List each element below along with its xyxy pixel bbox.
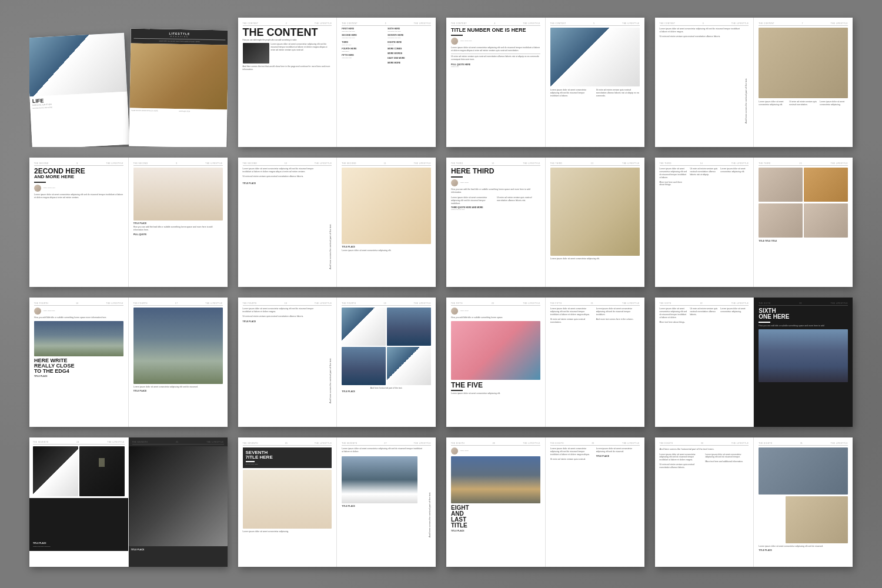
content-body2: And then comes the text that would show … [243,65,332,71]
edge-body-top: How you add little title or subtitle som… [34,316,123,319]
page-darkroom-right: The Seventh 25 The Lifestyle TITLE PLACE [129,437,228,567]
sixth-accent [759,322,770,323]
toc-item5: FIFTH HERE [342,54,385,56]
eight-author: Author Name [460,450,469,452]
seventh-subtitle: 7ITLE HERE [246,455,329,460]
five-accent [451,390,463,391]
seventh-right-label: TITLE PLACE [342,505,431,507]
col2-text: Ut enim ad minim veniam quis nostrud exe… [596,89,640,98]
dark-caption: caption text here more info [33,546,51,547]
sixth-col1b: More text here about things. [660,321,688,324]
final-label: TITLE PLACE [759,549,848,552]
flowers-image [451,321,540,380]
hand-image [342,168,431,244]
final-col2: Lorem ipsum dolor sit amet consectetur a… [705,453,749,459]
seventh-dark-box: SEVENTH 7ITLE HERE sub text here small [243,447,332,468]
page-content-right: The Content 3 The Lifestyle FIRST HERE d… [337,18,436,147]
page-titleone-left: The Content 4 The Lifestyle TITLE NUMBER… [446,18,546,147]
second-pull: PULL QUOTE [133,233,223,236]
page-titleone-right: The Content 5 The Lifestyle Lorem ipsum … [546,18,644,147]
darkroom-bottom: TITLE PLACE caption text here more info [29,498,128,551]
page-darkroom-left: The Seventh 24 The Lifestyle TITLE PLACE… [29,437,129,567]
collage-right-label: TITLE PLACE [342,390,431,393]
abstract-rcol2: Ut enim ad minim veniam quis nostrud exe… [789,101,817,106]
final-cols: Lorem ipsum dolor sit amet consectetur a… [660,453,749,469]
sixth-subtitle: ONE HERE [759,314,848,320]
page-photos-right: The Third 15 The Lifestyle TITLE TITLE T… [754,158,853,287]
page-seventh-right: The Seventh 27 The Lifestyle And here co… [337,437,436,567]
page-seventh-left: The Seventh 26 The Lifestyle SEVENTH 7IT… [238,437,338,567]
edge-right-body: Lorem ipsum dolor sit amet consectetur a… [133,386,223,389]
collage-mountain [342,308,386,346]
vertical-text-left: And here comes the vertical part of the … [744,35,747,123]
toc-item10: MORE WORDS [387,52,431,55]
lifestyle-tagline: ORDER HERE YOU CAN ADD YOUR TITLES IN MO… [133,39,225,42]
page-edge-left: The Fourth 16 The Lifestyle Author Name … [29,298,129,427]
toc-item9: MORE COMES [387,48,431,50]
seventh-body: Lorem ipsum dolor sit amet consectetur a… [243,530,332,533]
vertical-label: TITLE PLACE [243,182,332,185]
page-edge-right: The Fourth 17 The Lifestyle Lorem ipsum … [129,298,228,427]
toc-item8: EIGHTH HERE [387,41,431,44]
second-body: Lorem ipsum dolor sit amet consectetur a… [34,193,123,199]
seventh-tagline: sub text here small [246,463,329,465]
edge-author: Author Name here [43,310,55,312]
photos-col3: Ut enim ad minim veniam quis nostrud exe… [690,168,718,176]
eight-col1: Lorem ipsum dolor sit amet consectetur a… [550,447,594,456]
page-collage-right: The Fourth 19 The Lifestyle And here hor… [337,298,436,427]
titleone-body2: Ut enim ad minim veniam quis nostrud exe… [451,55,540,61]
second-subtitle: AND MORE HERE [34,175,123,179]
herethird-author: Author Name [460,182,469,183]
page-second-right: The Second 9 The Lifestyle TITLE PLACE H… [129,158,228,287]
page-collage-left: The Fourth 18 The Lifestyle And here com… [238,298,338,427]
content-body: Lorem ipsum dolor sit amet consectetur a… [271,43,332,52]
final-col2b: More text here and additional informatio… [705,460,749,463]
spread-edge: The Fourth 16 The Lifestyle Author Name … [29,298,228,427]
titleone-caption: caption text [451,66,540,68]
spread-abstract: The Content 6 The Lifestyle And here com… [655,18,853,147]
page-five-left: The Fifth 20 The Lifestyle Author Name H… [446,298,546,427]
vertical-left-body: Lorem ipsum dolor sit amet consectetur a… [243,168,322,173]
spread-content: The Content 2 The Lifestyle THE CONTENT … [238,18,436,147]
eight-pull: TITLE PLACE [596,455,640,457]
page-second-left: The Second 8 The Lifestyle 2ECOND HERE A… [29,158,129,287]
final-right-body: Lorem ipsum dolor sit amet consectetur a… [759,545,848,548]
landscape-img-large [133,308,223,384]
herethird-body: How you can add the lead title or subtit… [451,188,540,194]
lifestyle-body2: ANOTHER ITEM [179,111,225,113]
collage-mountain2 [387,347,431,385]
five-avatar [451,308,458,315]
eight-col1b: Ut enim ad minim veniam quis nostrud. [550,458,594,461]
titleone-columns: Lorem ipsum dolor sit amet consectetur a… [550,89,640,98]
five-author: Author Name [460,310,469,312]
edge-avatar [34,308,41,315]
page-label-left: The Content [243,22,259,25]
window-light [99,458,105,467]
collage-left-body: Lorem ipsum dolor sit amet consectetur a… [243,308,322,313]
cover-lifestyle: LIFESTYLE MAGAZINE ORDER HERE YOU CAN AD… [129,29,227,147]
dark-label: TITLE PLACE [33,542,51,544]
spread-darkroom: The Seventh 24 The Lifestyle TITLE PLACE… [29,437,228,567]
spread-sixth: The Sixth 22 The Lifestyle Lorem ipsum d… [655,298,853,427]
second-author: Author Name Here [43,187,55,189]
photos-grid [759,168,848,238]
toc-item6: SIXTH HERE [387,28,431,30]
dark-window-img [79,446,125,496]
five-title: THE FIVE [451,382,540,389]
vertical-text-collage: And here comes the vertical part of the … [329,315,332,403]
titleone-heading: TITLE NUMBER ONE IS HERE [451,28,540,33]
eight-label: TITLE PLACE [451,530,540,532]
abstract-rcol1: Lorem ipsum dolor sit amet consectetur a… [759,101,787,106]
spread-seventh: The Seventh 26 The Lifestyle SEVENTH 7IT… [238,437,436,567]
people-img1 [759,168,803,202]
content-title: THE CONTENT [243,28,332,37]
landscape-img-small [34,321,123,356]
page-content-left: The Content 2 The Lifestyle THE CONTENT … [238,18,338,147]
content-subtitle: How you can add maybe the people who can… [243,39,332,41]
page-abstract-left: The Content 6 The Lifestyle And here com… [655,18,754,147]
page-final-right: The Eighth 31 The Lifestyle Lorem ipsum … [754,437,853,567]
five-col2: Lorem ipsum dolor sit amet consectetur a… [596,308,640,316]
abstract-left-cols: Lorem ipsum dolor sit amet consectetur a… [660,28,740,38]
five-cols: Lorem ipsum dolor sit amet consectetur a… [550,308,640,323]
toc-desc5: description text [342,57,385,59]
